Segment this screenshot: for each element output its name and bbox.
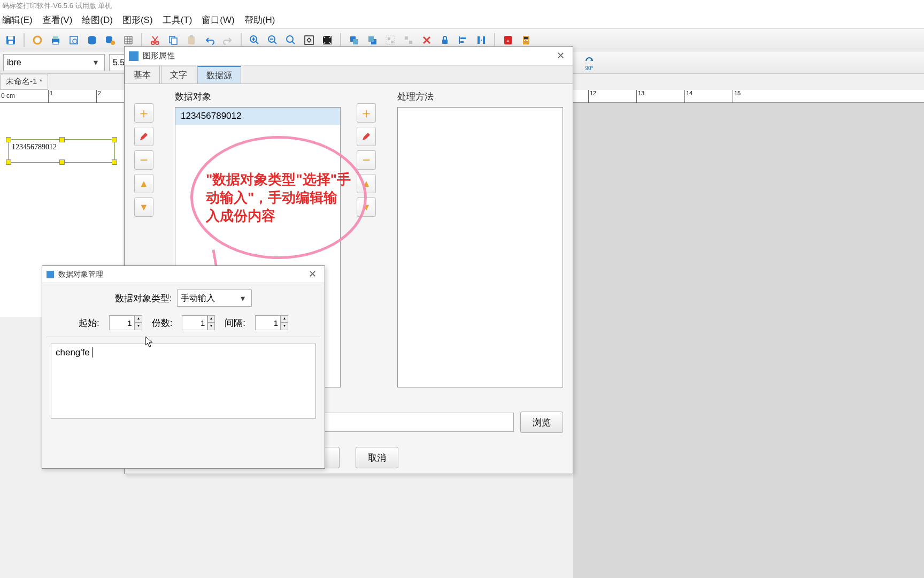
dialog-titlebar[interactable]: 图形属性 ✕ — [125, 47, 573, 66]
svg-rect-6 — [53, 36, 58, 39]
app-title: 码标签打印软件-V6.5.6 试用版 单机 — [2, 2, 112, 10]
resize-handle[interactable] — [59, 137, 65, 142]
list-item[interactable]: 123456789012 — [175, 108, 340, 125]
process-method-list[interactable] — [397, 107, 563, 387]
add-button[interactable]: ＋ — [357, 103, 376, 123]
calculator-icon[interactable] — [519, 33, 534, 48]
tab-text[interactable]: 文字 — [161, 66, 196, 83]
database-gear-icon[interactable] — [103, 33, 118, 48]
delete-icon[interactable] — [419, 33, 434, 48]
align-distribute-icon[interactable] — [474, 33, 489, 48]
zoom-actual-icon[interactable] — [283, 33, 298, 48]
save-icon[interactable] — [3, 33, 18, 48]
tab-datasource[interactable]: 数据源 — [197, 66, 241, 83]
cut-icon[interactable] — [148, 33, 163, 48]
type-label: 数据对象类型: — [115, 292, 172, 305]
spin-up-icon[interactable]: ▴ — [135, 315, 142, 323]
cancel-button[interactable]: 取消 — [356, 447, 398, 468]
document-tab[interactable]: 未命名-1 * — [0, 74, 48, 90]
copy-icon[interactable] — [166, 33, 181, 48]
data-object-manage-dialog: 数据对象管理 ✕ 数据对象类型: 手动输入 ▾ 起始: ▴▾ 份数: ▴▾ 间隔… — [42, 265, 325, 469]
redo-icon[interactable] — [220, 33, 235, 48]
svg-rect-18 — [190, 35, 193, 37]
svg-rect-1 — [8, 36, 13, 40]
align-left-icon[interactable] — [456, 33, 471, 48]
spin-down-icon[interactable]: ▾ — [135, 323, 142, 330]
svg-rect-17 — [188, 36, 195, 44]
edit-button[interactable] — [357, 127, 376, 146]
resize-handle[interactable] — [6, 159, 11, 165]
dialog-titlebar[interactable]: 数据对象管理 ✕ — [42, 266, 325, 283]
menu-tool[interactable]: 工具(T) — [163, 14, 192, 26]
pdf-icon[interactable]: A — [500, 33, 515, 48]
font-combo[interactable]: ibre ▾ — [3, 54, 105, 71]
tab-basic[interactable]: 基本 — [125, 66, 160, 83]
print-icon[interactable] — [48, 33, 63, 48]
menu-shape[interactable]: 图形(S) — [122, 14, 153, 26]
menu-draw[interactable]: 绘图(D) — [82, 14, 113, 26]
edit-button[interactable] — [134, 127, 153, 146]
group-icon[interactable] — [383, 33, 398, 48]
zoom-fitscreen-icon[interactable] — [320, 33, 335, 48]
move-up-button[interactable]: ▲ — [134, 174, 153, 193]
svg-rect-32 — [409, 41, 412, 44]
browse-button[interactable]: 浏览 — [520, 412, 563, 433]
mouse-cursor-icon — [145, 336, 153, 348]
preview-icon[interactable] — [66, 33, 81, 48]
zoom-fit-icon[interactable] — [302, 33, 317, 48]
svg-rect-30 — [391, 41, 394, 43]
move-up-button[interactable]: ▲ — [357, 174, 376, 193]
spin-down-icon[interactable]: ▾ — [207, 323, 215, 330]
zoom-in-icon[interactable] — [247, 33, 262, 48]
remove-button[interactable]: − — [134, 150, 153, 170]
close-icon[interactable]: ✕ — [552, 50, 568, 63]
resize-handle[interactable] — [59, 159, 65, 165]
front-icon[interactable] — [346, 33, 361, 48]
menu-edit[interactable]: 编辑(E) — [2, 14, 33, 26]
remove-button[interactable]: − — [357, 150, 376, 170]
copies-spinner[interactable]: ▴▾ — [182, 315, 215, 330]
spin-up-icon[interactable]: ▴ — [207, 315, 215, 323]
spin-down-icon[interactable]: ▾ — [281, 323, 288, 330]
content-textarea[interactable]: cheng'fe — [51, 344, 316, 419]
paste-icon[interactable] — [184, 33, 199, 48]
move-down-button[interactable]: ▼ — [357, 197, 376, 217]
move-down-button[interactable]: ▼ — [134, 197, 153, 217]
menu-window[interactable]: 窗口(W) — [202, 14, 234, 26]
chevron-down-icon: ▾ — [237, 293, 248, 303]
tabs: 基本 文字 数据源 — [125, 66, 573, 84]
spin-up-icon[interactable]: ▴ — [281, 315, 288, 323]
resize-handle[interactable] — [6, 137, 11, 142]
type-combo[interactable]: 手动输入 ▾ — [177, 290, 252, 307]
document-name: 未命名-1 * — [6, 77, 42, 86]
ungroup-icon[interactable] — [401, 33, 416, 48]
copies-input[interactable] — [182, 315, 207, 330]
svg-rect-34 — [460, 37, 466, 39]
add-button[interactable]: ＋ — [134, 103, 153, 123]
gear-icon[interactable] — [30, 33, 45, 48]
dialog-title: 图形属性 — [143, 51, 175, 61]
svg-point-4 — [36, 39, 39, 42]
database-icon[interactable] — [84, 33, 99, 48]
font-size: 5.5 — [113, 58, 125, 67]
start-spinner[interactable]: ▴▾ — [109, 315, 142, 330]
svg-rect-36 — [478, 36, 480, 44]
ruler-unit: 0 cm — [1, 92, 15, 100]
lock-icon[interactable] — [437, 33, 452, 48]
copies-label: 份数: — [152, 317, 173, 329]
close-icon[interactable]: ✕ — [304, 268, 320, 281]
undo-icon[interactable] — [202, 33, 217, 48]
menu-help[interactable]: 帮助(H) — [244, 14, 275, 26]
rotate-90-icon[interactable]: 90° — [582, 57, 597, 74]
menu-view[interactable]: 查看(V) — [42, 14, 73, 26]
interval-spinner[interactable]: ▴▾ — [255, 315, 288, 330]
back-icon[interactable] — [365, 33, 380, 48]
selected-text-object[interactable]: 123456789012 — [8, 139, 115, 163]
start-input[interactable] — [109, 315, 135, 330]
zoom-out-icon[interactable] — [265, 33, 280, 48]
resize-handle[interactable] — [112, 137, 117, 142]
resize-handle[interactable] — [112, 159, 117, 165]
grid-icon[interactable] — [121, 33, 136, 48]
svg-point-12 — [111, 41, 115, 45]
interval-input[interactable] — [255, 315, 281, 330]
